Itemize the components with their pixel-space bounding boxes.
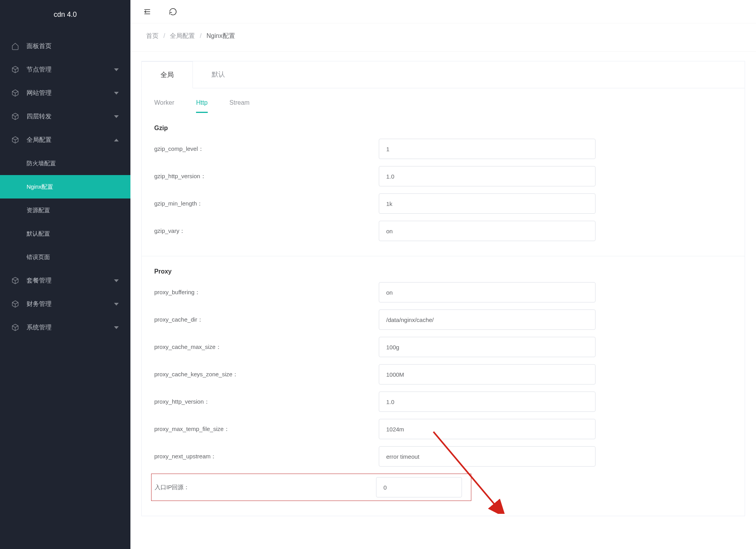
subtab-worker[interactable]: Worker bbox=[154, 99, 174, 113]
submenu-label: 资源配置 bbox=[27, 207, 50, 214]
form-label: 入口IP回源： bbox=[155, 484, 376, 491]
input-proxy-http-version[interactable]: 1.0 bbox=[379, 392, 596, 412]
chevron-down-icon bbox=[114, 92, 119, 95]
breadcrumb-separator: / bbox=[200, 32, 201, 39]
sidebar: cdn 4.0 面板首页 节点管理 网站管理 四层转发 bbox=[0, 0, 130, 549]
cube-icon bbox=[11, 323, 20, 332]
sidebar-item-label: 面板首页 bbox=[27, 42, 119, 50]
form-row-proxy-max-temp-file-size: proxy_max_temp_file_size： 1024m bbox=[154, 419, 732, 439]
section-title: Gzip bbox=[154, 125, 732, 132]
main-panel: 全局 默认 Worker Http Stream Gzip gzip_comp_… bbox=[130, 52, 756, 549]
input-proxy-buffering[interactable]: on bbox=[379, 282, 596, 302]
submenu-item-resource-config[interactable]: 资源配置 bbox=[0, 198, 130, 222]
cube-icon bbox=[11, 89, 20, 97]
form-label: gzip_min_length： bbox=[154, 200, 379, 207]
form-label: gzip_vary： bbox=[154, 227, 379, 235]
form-row-proxy-buffering: proxy_buffering： on bbox=[154, 282, 732, 302]
secondary-tabs: Worker Http Stream bbox=[142, 88, 745, 113]
chevron-up-icon bbox=[114, 139, 119, 141]
chevron-down-icon bbox=[114, 115, 119, 118]
form-row-proxy-next-upstream: proxy_next_upstream： error timeout bbox=[154, 446, 732, 467]
breadcrumb-mid[interactable]: 全局配置 bbox=[170, 32, 195, 39]
section-title: Proxy bbox=[154, 268, 732, 275]
subtab-http[interactable]: Http bbox=[196, 99, 207, 113]
input-proxy-next-upstream[interactable]: error timeout bbox=[379, 446, 596, 467]
cube-icon bbox=[11, 112, 20, 121]
sidebar-item-system-manage[interactable]: 系统管理 bbox=[0, 316, 130, 339]
sidebar-item-plan-manage[interactable]: 套餐管理 bbox=[0, 269, 130, 292]
form-row-proxy-http-version: proxy_http_version： 1.0 bbox=[154, 392, 732, 412]
form-label: proxy_http_version： bbox=[154, 398, 379, 406]
form-row-gzip-vary: gzip_vary： on bbox=[154, 221, 732, 241]
submenu-label: 防火墙配置 bbox=[27, 160, 56, 167]
submenu-label: 错误页面 bbox=[27, 254, 50, 261]
form-label: gzip_comp_level： bbox=[154, 145, 379, 153]
form-row-gzip-min-length: gzip_min_length： 1k bbox=[154, 193, 732, 214]
form-row-proxy-cache-max-size: proxy_cache_max_size： 100g bbox=[154, 337, 732, 357]
tab-default[interactable]: 默认 bbox=[193, 61, 244, 88]
input-proxy-cache-max-size[interactable]: 100g bbox=[379, 337, 596, 357]
sidebar-item-label: 节点管理 bbox=[27, 66, 114, 74]
sidebar-menu: 面板首页 节点管理 网站管理 四层转发 全局配置 bbox=[0, 29, 130, 549]
submenu-label: Nginx配置 bbox=[27, 183, 53, 191]
section-proxy: Proxy proxy_buffering： on proxy_cache_di… bbox=[142, 256, 745, 516]
sidebar-item-label: 套餐管理 bbox=[27, 277, 114, 285]
input-proxy-max-temp-file-size[interactable]: 1024m bbox=[379, 419, 596, 439]
sidebar-item-label: 系统管理 bbox=[27, 324, 114, 332]
sidebar-item-global-config[interactable]: 全局配置 bbox=[0, 128, 130, 152]
sidebar-item-site-manage[interactable]: 网站管理 bbox=[0, 81, 130, 105]
input-gzip-min-length[interactable]: 1k bbox=[379, 193, 596, 214]
submenu-item-firewall[interactable]: 防火墙配置 bbox=[0, 152, 130, 175]
collapse-sidebar-button[interactable] bbox=[143, 7, 152, 16]
breadcrumb-separator: / bbox=[163, 32, 165, 39]
input-gzip-http-version[interactable]: 1.0 bbox=[379, 166, 596, 186]
form-row-ingress-ip-origin: 入口IP回源： 0 bbox=[151, 474, 471, 501]
form-label: proxy_max_temp_file_size： bbox=[154, 426, 379, 433]
content-area: 首页 / 全局配置 / Nginx配置 全局 默认 Worker Http St… bbox=[130, 0, 756, 549]
input-proxy-cache-dir[interactable]: /data/nginx/cache/ bbox=[379, 309, 596, 330]
submenu-item-error-page[interactable]: 错误页面 bbox=[0, 245, 130, 269]
primary-tabs: 全局 默认 bbox=[142, 61, 745, 88]
config-card: 全局 默认 Worker Http Stream Gzip gzip_comp_… bbox=[141, 61, 745, 516]
form-row-gzip-comp-level: gzip_comp_level： 1 bbox=[154, 139, 732, 159]
form-label: proxy_cache_dir： bbox=[154, 316, 379, 324]
cube-icon bbox=[11, 65, 20, 74]
sidebar-item-label: 财务管理 bbox=[27, 300, 114, 308]
submenu-item-nginx-config[interactable]: Nginx配置 bbox=[0, 175, 130, 198]
sidebar-item-dashboard[interactable]: 面板首页 bbox=[0, 34, 130, 58]
submenu-item-default-config[interactable]: 默认配置 bbox=[0, 222, 130, 245]
tab-global[interactable]: 全局 bbox=[141, 61, 193, 88]
input-gzip-vary[interactable]: on bbox=[379, 221, 596, 241]
sidebar-item-label: 四层转发 bbox=[27, 113, 114, 121]
refresh-button[interactable] bbox=[169, 7, 177, 16]
form-row-proxy-cache-keys-zone-size: proxy_cache_keys_zone_size： 1000M bbox=[154, 364, 732, 384]
section-gzip: Gzip gzip_comp_level： 1 gzip_http_versio… bbox=[142, 113, 745, 256]
form-label: proxy_cache_keys_zone_size： bbox=[154, 371, 379, 378]
form-label: proxy_buffering： bbox=[154, 289, 379, 296]
input-gzip-comp-level[interactable]: 1 bbox=[379, 139, 596, 159]
chevron-down-icon bbox=[114, 279, 119, 282]
cube-icon bbox=[11, 300, 20, 308]
breadcrumb-home[interactable]: 首页 bbox=[146, 32, 159, 39]
cube-icon bbox=[11, 136, 20, 144]
refresh-icon bbox=[169, 7, 177, 16]
form-label: gzip_http_version： bbox=[154, 173, 379, 180]
subtab-stream[interactable]: Stream bbox=[230, 99, 250, 113]
chevron-down-icon bbox=[114, 68, 119, 71]
form-row-gzip-http-version: gzip_http_version： 1.0 bbox=[154, 166, 732, 186]
chevron-down-icon bbox=[114, 326, 119, 329]
cube-icon bbox=[11, 276, 20, 285]
sidebar-item-label: 网站管理 bbox=[27, 89, 114, 97]
input-proxy-cache-keys-zone-size[interactable]: 1000M bbox=[379, 364, 596, 384]
sidebar-item-l4-forward[interactable]: 四层转发 bbox=[0, 105, 130, 128]
brand-title: cdn 4.0 bbox=[0, 0, 130, 29]
input-ingress-ip-origin[interactable]: 0 bbox=[376, 477, 462, 497]
sidebar-item-label: 全局配置 bbox=[27, 136, 114, 144]
topbar bbox=[130, 0, 756, 23]
form-row-proxy-cache-dir: proxy_cache_dir： /data/nginx/cache/ bbox=[154, 309, 732, 330]
form-label: proxy_cache_max_size： bbox=[154, 343, 379, 351]
sidebar-item-finance-manage[interactable]: 财务管理 bbox=[0, 292, 130, 316]
form-label: proxy_next_upstream： bbox=[154, 453, 379, 460]
sidebar-item-node-manage[interactable]: 节点管理 bbox=[0, 58, 130, 81]
breadcrumb-current: Nginx配置 bbox=[207, 32, 235, 39]
